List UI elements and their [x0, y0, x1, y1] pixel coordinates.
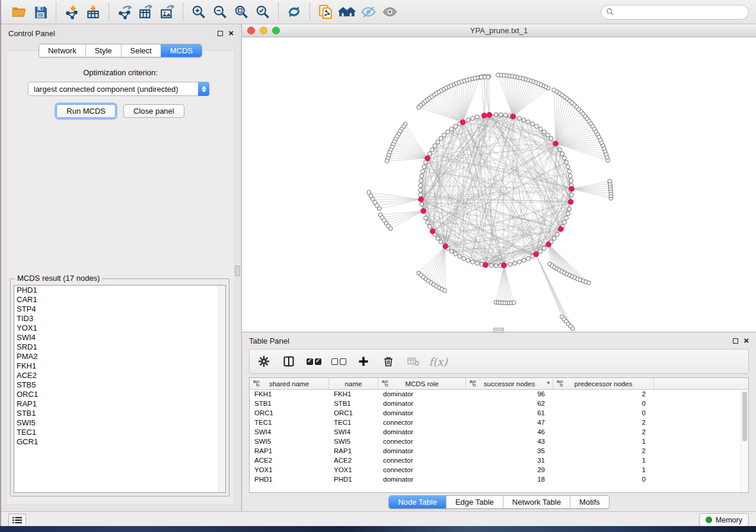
table-options-button[interactable] [256, 353, 272, 370]
table-scrollbar[interactable] [741, 390, 748, 492]
column-header-predecessor-nodes[interactable]: predecessor nodes [553, 378, 654, 389]
tab-network-table[interactable]: Network Table [503, 496, 570, 508]
column-header-successor-nodes[interactable]: successor nodes▾ [466, 378, 553, 389]
table-cell: dominator [378, 409, 466, 418]
mcds-result-item[interactable]: FKH1 [14, 361, 225, 371]
float-table-panel-icon[interactable] [733, 338, 738, 344]
mcds-result-item[interactable]: STB1 [14, 409, 225, 418]
mcds-result-item[interactable]: SWI4 [14, 333, 225, 342]
tab-mcds[interactable]: MCDS [161, 44, 202, 57]
function-builder-button[interactable]: f(x) [430, 353, 446, 370]
search-input[interactable] [617, 8, 744, 16]
network-window-titlebar[interactable]: YPA_prune.txt_1 [242, 24, 756, 37]
mcds-result-item[interactable]: TID3 [14, 314, 225, 323]
mcds-result-item[interactable]: SRD1 [14, 342, 225, 352]
table-row[interactable]: ORC1ORC1dominator610 [250, 409, 748, 418]
optimization-criterion-select[interactable]: largest connected component (undirected) [28, 82, 209, 96]
table-panel-title: Table Panel [249, 336, 289, 345]
delete-column-button[interactable] [380, 353, 397, 370]
table-row[interactable]: FKH1FKH1dominator962 [250, 390, 748, 399]
import-table-button[interactable] [82, 2, 104, 22]
export-image-button[interactable] [157, 2, 178, 22]
table-row[interactable]: STB1STB1dominator620 [250, 399, 748, 409]
hide-selected-button[interactable] [358, 2, 379, 22]
tab-edge-table[interactable]: Edge Table [446, 496, 503, 508]
show-all-button[interactable] [379, 2, 400, 22]
task-history-button[interactable] [8, 514, 26, 527]
table-row[interactable]: YOX1YOX1connector291 [250, 466, 748, 475]
table-row[interactable]: ACE2ACE2connector311 [250, 456, 748, 466]
control-tabs: NetworkStyleSelectMCDS [39, 44, 202, 57]
show-columns-button[interactable] [280, 353, 297, 370]
close-panel-button[interactable]: Close panel [123, 104, 184, 118]
mcds-result-item[interactable]: STB5 [14, 380, 225, 390]
close-panel-icon[interactable]: × [228, 30, 234, 36]
table-row[interactable]: RAP1RAP1dominator352 [250, 447, 748, 456]
table-cell: TEC1 [250, 418, 329, 428]
tab-node-table[interactable]: Node Table [389, 496, 446, 508]
tab-select[interactable]: Select [121, 44, 161, 57]
close-table-panel-icon[interactable]: × [744, 338, 749, 344]
mcds-result-item[interactable]: SWI5 [14, 418, 225, 428]
network-graph[interactable] [242, 37, 756, 332]
deselect-all-button[interactable] [330, 353, 347, 370]
mcds-result-item[interactable]: YOX1 [14, 323, 225, 333]
table-cell: connector [378, 437, 466, 447]
table-row[interactable]: TEC1TEC1connector472 [250, 418, 748, 428]
tab-network[interactable]: Network [39, 44, 85, 57]
table-cell: 18 [466, 475, 553, 485]
save-session-button[interactable] [30, 2, 51, 22]
column-header-name[interactable]: name [329, 378, 378, 389]
mcds-result-item[interactable]: STP4 [14, 305, 225, 314]
vertical-splitter-grip[interactable] [235, 265, 240, 276]
table-row[interactable]: SWI4SWI4dominator462 [250, 428, 748, 437]
table-row[interactable]: PHD1PHD1dominator180 [250, 475, 748, 485]
select-all-button[interactable] [305, 353, 322, 370]
zoom-selected-button[interactable] [252, 2, 273, 22]
apply-layout-button[interactable] [283, 2, 305, 22]
mcds-result-item[interactable]: PMA2 [14, 352, 225, 361]
memory-label: Memory [716, 516, 742, 524]
mcds-result-item[interactable]: RAP1 [14, 399, 225, 409]
column-header-shared-name[interactable]: shared name [250, 378, 329, 389]
table-cell: FKH1 [250, 390, 329, 399]
table-cell: PHD1 [329, 475, 378, 485]
first-neighbors-button[interactable] [336, 2, 358, 22]
mcds-result-item[interactable]: ACE2 [14, 371, 225, 380]
zoom-fit-button[interactable] [231, 2, 252, 22]
export-network-button[interactable] [114, 2, 135, 22]
plus-icon [358, 355, 369, 367]
add-column-button[interactable] [355, 353, 372, 370]
horizontal-splitter-grip[interactable] [493, 328, 504, 333]
table-cell: 1 [553, 456, 654, 466]
column-header-MCDS-role[interactable]: MCDS role [378, 378, 466, 389]
tab-style[interactable]: Style [85, 44, 121, 57]
zoom-out-button[interactable] [209, 2, 231, 22]
node-table-header: shared namenameMCDS rolesuccessor nodes▾… [250, 378, 748, 390]
export-image-icon [160, 4, 175, 20]
node-table: shared namenameMCDS rolesuccessor nodes▾… [249, 377, 749, 493]
import-network-button[interactable] [61, 2, 82, 22]
zoom-in-button[interactable] [188, 2, 209, 22]
run-mcds-button[interactable]: Run MCDS [56, 104, 116, 118]
mcds-result-item[interactable]: ORC1 [14, 390, 225, 399]
mcds-result-item[interactable]: TEC1 [14, 428, 225, 437]
delete-table-button[interactable] [405, 353, 422, 370]
tab-motifs[interactable]: Motifs [570, 496, 609, 508]
table-scrollbar-thumb[interactable] [742, 392, 747, 441]
mcds-result-item[interactable]: PHD1 [14, 286, 225, 295]
float-panel-icon[interactable] [218, 31, 223, 36]
eye-slash-icon [361, 4, 377, 20]
table-row[interactable]: SWI5SWI5connector431 [250, 437, 748, 447]
memory-button[interactable]: Memory [699, 513, 749, 527]
mcds-result-scrollbar[interactable] [218, 286, 225, 492]
table-cell: 43 [466, 437, 553, 447]
open-file-button[interactable] [8, 2, 30, 22]
network-canvas[interactable] [242, 37, 756, 332]
mcds-result-item[interactable]: GCR1 [14, 437, 225, 447]
clone-network-button[interactable] [315, 2, 336, 22]
export-table-button[interactable] [135, 2, 157, 22]
table-toolbar: f(x) [249, 349, 749, 374]
mcds-result-item[interactable]: CAR1 [14, 295, 225, 305]
application-window: Control Panel × NetworkStyleSelectMCDS O… [1, 0, 756, 528]
